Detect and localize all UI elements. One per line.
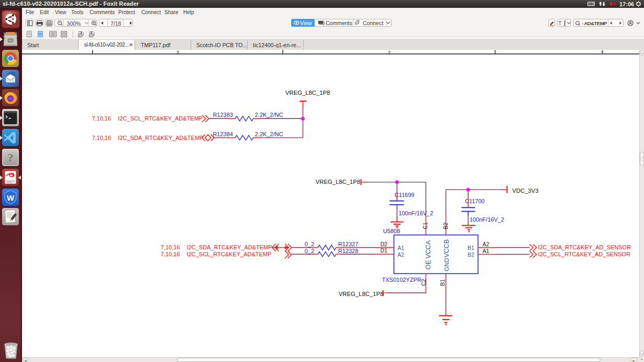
svg-text:100nF/16V_2: 100nF/16V_2 bbox=[470, 216, 504, 223]
svg-text:17:06: 17:06 bbox=[619, 1, 634, 7]
svg-text:R12328: R12328 bbox=[338, 248, 359, 254]
svg-text:VDC_3V3: VDC_3V3 bbox=[512, 188, 538, 194]
svg-text:VREG_L8C_1P8: VREG_L8C_1P8 bbox=[285, 90, 330, 96]
svg-text:R12383: R12383 bbox=[213, 112, 233, 118]
svg-text:0_2: 0_2 bbox=[305, 248, 314, 254]
svg-text:0_2: 0_2 bbox=[305, 241, 314, 247]
svg-text:100nF/16V_2: 100nF/16V_2 bbox=[398, 210, 433, 216]
svg-text:VREG_L8C_1P8: VREG_L8C_1P8 bbox=[339, 291, 383, 297]
svg-text:B1: B1 bbox=[440, 279, 446, 286]
svg-text:A2: A2 bbox=[397, 251, 404, 258]
svg-text:B1: B1 bbox=[468, 245, 474, 251]
svg-text:C11699: C11699 bbox=[395, 192, 415, 198]
svg-text:C11700: C11700 bbox=[465, 198, 485, 204]
svg-text:I2C_SCL_RTC&KEY_AD&TEMP: I2C_SCL_RTC&KEY_AD&TEMP bbox=[118, 115, 203, 122]
svg-text:C2: C2 bbox=[420, 279, 427, 286]
svg-text:W: W bbox=[7, 193, 15, 202]
svg-text:I2C_SCL_RTC&KEY_AD&TEMP: I2C_SCL_RTC&KEY_AD&TEMP bbox=[187, 251, 272, 257]
svg-text:R12384: R12384 bbox=[213, 131, 233, 137]
svg-text:I2C_SDA_RTC&KEY_AD&TEMP: I2C_SDA_RTC&KEY_AD&TEMP bbox=[187, 244, 272, 250]
svg-text:GND: GND bbox=[443, 258, 450, 271]
svg-text:B2: B2 bbox=[468, 251, 474, 258]
svg-text:D1: D1 bbox=[380, 247, 387, 254]
svg-text:2: 2 bbox=[388, 50, 391, 55]
svg-text:D2: D2 bbox=[380, 241, 387, 247]
svg-text:7,10,16: 7,10,16 bbox=[161, 244, 180, 250]
svg-text:A1: A1 bbox=[397, 245, 404, 251]
svg-text:3: 3 bbox=[176, 50, 179, 55]
svg-text:A1: A1 bbox=[483, 248, 490, 254]
svg-text:I2C_SDA_RTC&KEY_AD&TEMP: I2C_SDA_RTC&KEY_AD&TEMP bbox=[118, 135, 203, 141]
svg-text:7,10,16: 7,10,16 bbox=[92, 115, 111, 122]
svg-text:I2C_SCL_RTC&KEY_AD_SENSOR: I2C_SCL_RTC&KEY_AD_SENSOR bbox=[538, 251, 630, 257]
svg-text:2.2K_2/NC: 2.2K_2/NC bbox=[255, 112, 283, 118]
svg-text:R12327: R12327 bbox=[338, 241, 359, 247]
svg-text:7,10,16: 7,10,16 bbox=[161, 251, 180, 257]
svg-text:C1: C1 bbox=[422, 222, 428, 229]
svg-text:B2: B2 bbox=[442, 222, 449, 229]
svg-text:TXS0102YZPR: TXS0102YZPR bbox=[382, 277, 421, 283]
svg-text:I2C_SDA_RTC&KEY_AD_SENSOR: I2C_SDA_RTC&KEY_AD_SENSOR bbox=[538, 244, 631, 250]
svg-text:VREG_L8C_1P8: VREG_L8C_1P8 bbox=[316, 179, 360, 185]
svg-text:A2: A2 bbox=[483, 241, 490, 247]
svg-text:2.2K_2/NC: 2.2K_2/NC bbox=[255, 131, 283, 137]
svg-text:VCCB: VCCB bbox=[443, 239, 450, 258]
svg-text:OE: OE bbox=[425, 260, 432, 269]
svg-text:U5808: U5808 bbox=[383, 228, 400, 234]
svg-text:?: ? bbox=[8, 151, 14, 164]
svg-text:VCCA: VCCA bbox=[425, 240, 432, 258]
svg-text:7,10,16: 7,10,16 bbox=[92, 135, 111, 141]
